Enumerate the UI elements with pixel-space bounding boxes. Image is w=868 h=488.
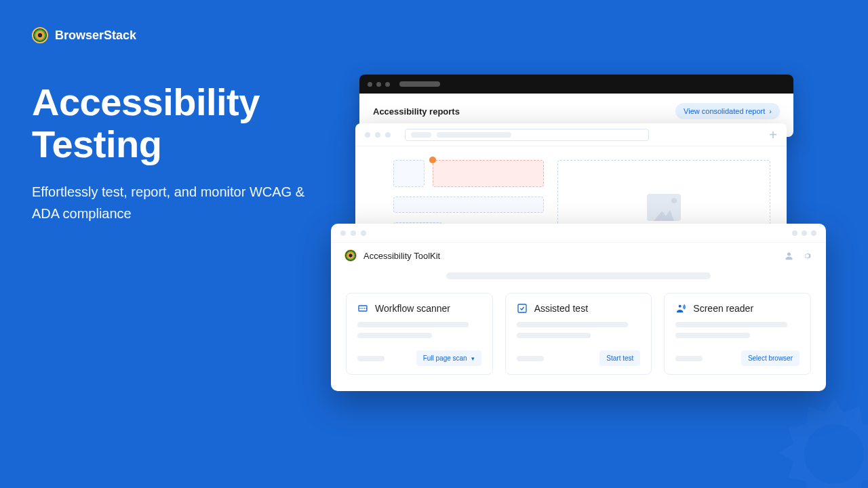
card-title: Workflow scanner xyxy=(375,303,450,314)
scanner-icon xyxy=(357,303,368,314)
reports-section-title: Accessibility reports xyxy=(373,106,460,117)
window-control-icon xyxy=(811,230,816,236)
text-placeholder xyxy=(675,333,750,338)
user-icon[interactable] xyxy=(784,251,794,261)
traffic-light-icon xyxy=(376,82,381,87)
traffic-light-icon xyxy=(368,82,372,87)
text-placeholder xyxy=(357,333,432,338)
hero-subtitle: Effortlessly test, report, and monitor W… xyxy=(32,181,330,224)
url-placeholder xyxy=(437,132,511,138)
wireframe-block xyxy=(393,197,544,213)
browser-chrome: + xyxy=(355,123,787,146)
checkbox-icon xyxy=(517,303,528,314)
background-gear-icon xyxy=(760,380,868,488)
button-label: Full page scan xyxy=(423,354,467,362)
titlebar-placeholder xyxy=(399,81,440,87)
window-chrome xyxy=(331,224,826,243)
text-placeholder xyxy=(675,322,787,327)
image-placeholder-icon xyxy=(647,194,681,221)
text-placeholder xyxy=(517,356,544,361)
traffic-light-icon xyxy=(385,132,391,138)
traffic-light-icon xyxy=(351,230,356,236)
text-placeholder xyxy=(357,356,384,361)
browserstack-logo-icon xyxy=(32,27,48,43)
svg-point-3 xyxy=(679,305,682,308)
assisted-test-card: Assisted test Start test xyxy=(505,293,652,375)
new-tab-icon[interactable]: + xyxy=(769,128,777,142)
select-browser-button[interactable]: Select browser xyxy=(741,350,800,366)
svg-point-0 xyxy=(787,252,791,256)
full-page-scan-button[interactable]: Full page scan ▾ xyxy=(416,350,481,366)
card-title: Screen reader xyxy=(693,303,753,314)
traffic-light-icon xyxy=(340,230,346,236)
window-control-icon xyxy=(802,230,807,236)
text-placeholder xyxy=(675,356,703,361)
text-placeholder xyxy=(357,322,469,327)
traffic-light-icon xyxy=(361,230,366,236)
traffic-light-icon xyxy=(385,82,390,87)
button-label: Start test xyxy=(606,354,633,362)
wireframe-error-block xyxy=(433,160,544,187)
view-consolidated-report-button[interactable]: View consolidated report › xyxy=(675,103,780,119)
screen-reader-icon xyxy=(675,303,686,314)
toolkit-title: Accessibility ToolKit xyxy=(363,251,440,261)
brand: BrowserStack xyxy=(32,27,136,43)
window-control-icon xyxy=(792,230,797,236)
wireframe-block xyxy=(393,160,425,187)
button-label: View consolidated report xyxy=(684,107,765,115)
browserstack-logo-icon xyxy=(344,249,357,262)
url-placeholder xyxy=(411,132,431,138)
chevron-down-icon: ▾ xyxy=(471,355,475,362)
issue-marker-icon xyxy=(429,157,436,163)
button-label: Select browser xyxy=(748,354,793,362)
text-placeholder xyxy=(517,322,628,327)
screen-reader-card: Screen reader Select browser xyxy=(664,293,811,375)
hero: Accessibility Testing Effortlessly test,… xyxy=(32,81,330,224)
start-test-button[interactable]: Start test xyxy=(599,350,640,366)
brand-name: BrowserStack xyxy=(55,28,136,43)
card-title: Assisted test xyxy=(534,303,588,314)
url-bar[interactable] xyxy=(405,129,649,141)
chevron-right-icon: › xyxy=(769,107,772,115)
traffic-light-icon xyxy=(375,132,380,138)
svg-rect-2 xyxy=(518,304,526,312)
traffic-light-icon xyxy=(365,132,370,138)
toolkit-cards: Workflow scanner Full page scan ▾ xyxy=(331,279,826,391)
divider-placeholder xyxy=(446,272,711,279)
workflow-scanner-card: Workflow scanner Full page scan ▾ xyxy=(346,293,493,375)
gear-icon[interactable] xyxy=(802,251,812,261)
window-titlebar xyxy=(359,75,793,94)
toolkit-window: Accessibility ToolKit Workflow scanner xyxy=(331,224,826,391)
hero-title: Accessibility Testing xyxy=(32,81,330,165)
text-placeholder xyxy=(517,333,591,338)
